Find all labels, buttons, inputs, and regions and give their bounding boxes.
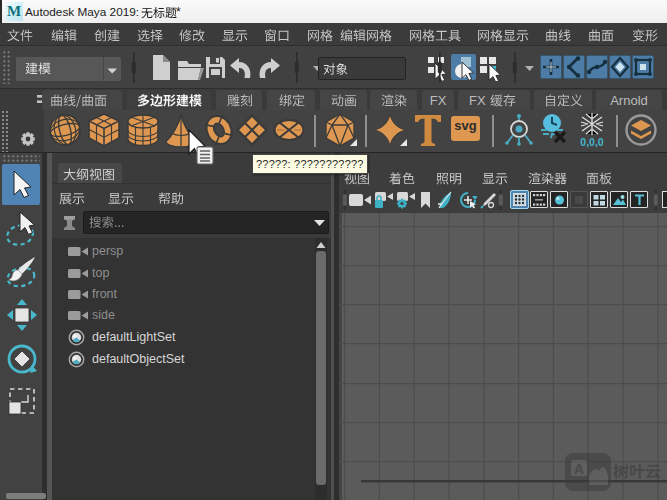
svg-text:0,0,0: 0,0,0	[580, 136, 604, 148]
svg-text:A: A	[574, 461, 584, 477]
svg-text:M: M	[7, 3, 21, 19]
